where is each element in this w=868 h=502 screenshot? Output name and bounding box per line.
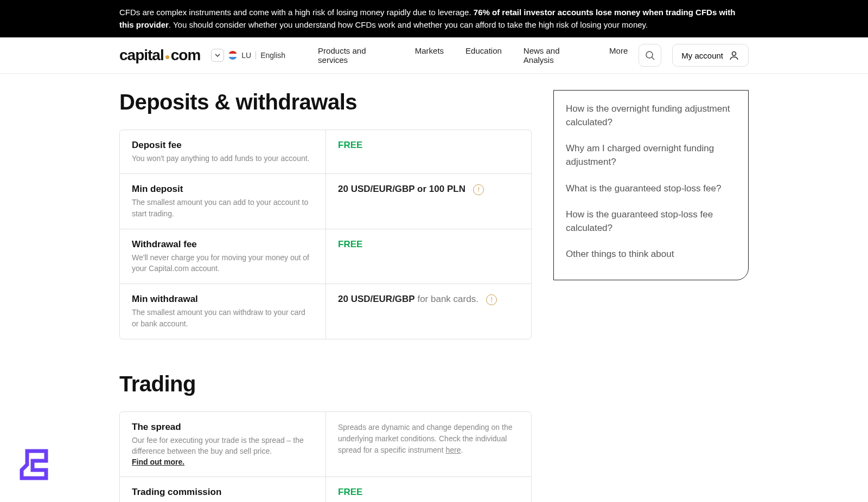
sidebar-item[interactable]: How is the overnight funding adjustment … <box>566 96 736 136</box>
main-content: Deposits & withdrawals Deposit fee You w… <box>119 90 532 502</box>
nav-products[interactable]: Products and services <box>318 46 393 65</box>
sidebar: How is the overnight funding adjustment … <box>553 90 749 280</box>
svg-point-2 <box>732 52 736 56</box>
table-row: Trading commission We don't charge any c… <box>120 477 531 502</box>
row-value: 20 USD/EUR/GBP or 100 PLN <box>338 184 465 194</box>
here-link[interactable]: here <box>445 446 461 454</box>
deposits-heading: Deposits & withdrawals <box>119 90 532 114</box>
language-label: English <box>260 51 285 60</box>
deposits-table: Deposit fee You won't pay anything to ad… <box>119 130 532 339</box>
my-account-button[interactable]: My account <box>672 44 749 67</box>
risk-text-2: . You should consider whether you unders… <box>169 20 648 29</box>
row-label: Min withdrawal <box>132 294 314 305</box>
header: capitalcom LU English Products and servi… <box>0 37 868 74</box>
row-value: FREE <box>338 140 362 150</box>
country-code: LU <box>241 51 251 60</box>
logo[interactable]: capitalcom <box>119 47 200 64</box>
table-row: Withdrawal fee We'll never charge you fo… <box>120 229 531 284</box>
logo-dot-icon <box>165 55 169 59</box>
row-label: Deposit fee <box>132 140 314 151</box>
row-label: Withdrawal fee <box>132 239 314 250</box>
trading-heading: Trading <box>119 372 532 396</box>
widget-icon <box>16 446 54 484</box>
row-label: The spread <box>132 422 314 433</box>
search-icon <box>645 50 655 60</box>
locale-selector[interactable]: LU English <box>211 49 285 62</box>
risk-warning-banner: CFDs are complex instruments and come wi… <box>0 0 868 37</box>
table-row: The spread Our fee for executing your tr… <box>120 412 531 477</box>
row-desc: The smallest amount you can add to your … <box>132 197 314 219</box>
row-desc: Our fee for executing your trade is the … <box>132 435 314 457</box>
nav-more[interactable]: More <box>609 46 628 65</box>
sidebar-item[interactable]: What is the guaranteed stop-loss fee? <box>566 176 736 202</box>
info-icon[interactable]: ! <box>486 294 497 305</box>
svg-line-1 <box>652 57 655 60</box>
row-value-desc-post: . <box>461 446 463 454</box>
nav-news[interactable]: News and Analysis <box>524 46 588 65</box>
search-button[interactable] <box>639 44 661 67</box>
row-desc: The smallest amount you can withdraw to … <box>132 307 314 329</box>
flag-icon <box>228 51 237 60</box>
row-label: Trading commission <box>132 487 314 498</box>
row-value: 20 USD/EUR/GBP <box>338 294 415 304</box>
table-row: Min deposit The smallest amount you can … <box>120 173 531 229</box>
sidebar-item[interactable]: Why am I charged overnight funding adjus… <box>566 136 736 175</box>
row-value: FREE <box>338 239 362 249</box>
row-desc: You won't pay anything to add funds to y… <box>132 153 314 164</box>
svg-point-0 <box>646 52 653 58</box>
row-suffix: for bank cards. <box>415 294 478 304</box>
nav-markets[interactable]: Markets <box>415 46 444 65</box>
floating-widget[interactable] <box>16 446 54 486</box>
table-row: Min withdrawal The smallest amount you c… <box>120 284 531 339</box>
row-desc: We don't charge any commission on your t… <box>132 500 314 502</box>
table-row: Deposit fee You won't pay anything to ad… <box>120 130 531 173</box>
trading-table: The spread Our fee for executing your tr… <box>119 411 532 502</box>
chevron-down-icon <box>211 49 224 62</box>
toc-card: How is the overnight funding adjustment … <box>553 90 749 280</box>
find-out-more-link[interactable]: Find out more. <box>132 458 184 466</box>
row-desc: We'll never charge you for moving your m… <box>132 252 314 274</box>
main-nav: Products and services Markets Education … <box>318 46 628 65</box>
row-label: Min deposit <box>132 184 314 195</box>
nav-education[interactable]: Education <box>465 46 502 65</box>
sidebar-item[interactable]: How is the guaranteed stop-loss fee calc… <box>566 202 736 241</box>
user-icon <box>729 50 739 61</box>
row-value-desc-pre: Spreads are dynamic and change depending… <box>338 423 512 454</box>
info-icon[interactable]: ! <box>473 184 484 195</box>
risk-text-1: CFDs are complex instruments and come wi… <box>119 8 474 17</box>
sidebar-item[interactable]: Other things to think about <box>566 241 736 268</box>
row-value: FREE <box>338 487 362 497</box>
